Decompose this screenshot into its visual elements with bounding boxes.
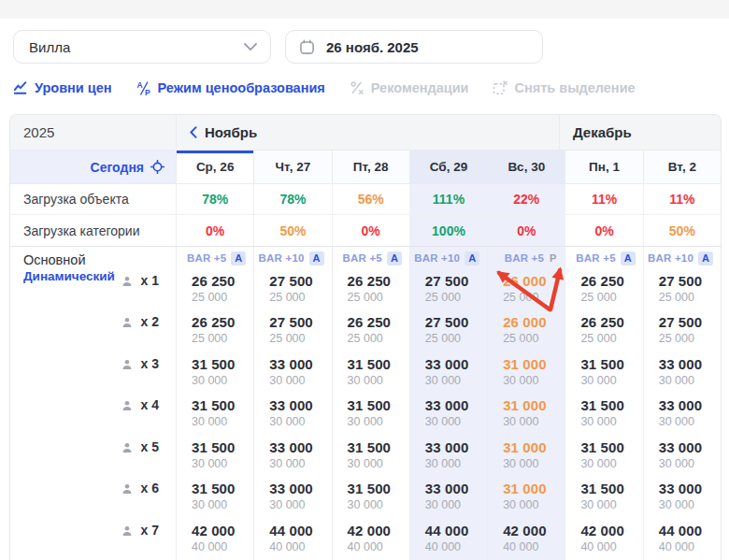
occupancy-label: x 7 <box>141 522 159 539</box>
price-cell-r1-d7[interactable]: 27 50025 000 <box>644 269 721 310</box>
day-header-1[interactable]: Ср, 26 <box>176 151 253 183</box>
today-button[interactable]: Сегодня <box>10 151 176 183</box>
price-main: 31 000 <box>503 480 565 497</box>
price-cell-r5-d6[interactable]: 31 50030 000 <box>565 436 642 477</box>
bar-chip-6[interactable]: BAR +5A <box>565 247 642 269</box>
price-cell-r2-d3[interactable]: 26 25025 000 <box>333 310 409 352</box>
price-cell-r7-d6[interactable]: 42 00040 000 <box>565 519 642 560</box>
occupancy-row-4: x 4 <box>10 394 176 435</box>
price-cell-r5-d5[interactable]: 31 00030 000 <box>488 436 565 477</box>
price-main: 33 000 <box>425 438 487 456</box>
price-sub: 30 000 <box>269 456 331 472</box>
prev-month-button[interactable] <box>190 126 197 138</box>
person-icon <box>122 276 133 287</box>
price-cell-r5-d4[interactable]: 33 00030 000 <box>410 436 487 477</box>
occupancy-row-2: x 2 <box>10 310 176 352</box>
price-main: 33 000 <box>659 396 721 414</box>
price-cell-r3-d3[interactable]: 31 50030 000 <box>333 352 409 394</box>
price-cell-r2-d4[interactable]: 27 50025 000 <box>410 310 487 352</box>
price-cell-r6-d7[interactable]: 33 00030 000 <box>644 477 721 518</box>
rate-name: Основной <box>23 252 115 268</box>
person-icon <box>122 525 133 537</box>
price-cell-r1-d6[interactable]: 26 25025 000 <box>565 269 642 310</box>
price-cell-r5-d1[interactable]: 31 50030 000 <box>177 436 253 477</box>
price-cell-r4-d7[interactable]: 33 00030 000 <box>644 394 721 435</box>
price-cell-r3-d4[interactable]: 33 00030 000 <box>410 352 487 394</box>
price-main: 31 500 <box>192 355 253 373</box>
bar-chip-4[interactable]: BAR +10A <box>410 247 487 269</box>
category_load-cell-4: 100% <box>409 215 487 246</box>
price-cell-r6-d2[interactable]: 33 00030 000 <box>254 477 331 518</box>
chart-line-icon <box>13 80 28 95</box>
bar-chip-7[interactable]: BAR +10A <box>644 247 721 269</box>
price-cell-r3-d5[interactable]: 31 00030 000 <box>488 352 565 394</box>
price-cell-r3-d6[interactable]: 31 50030 000 <box>565 352 642 394</box>
price-cell-r5-d7[interactable]: 33 00030 000 <box>644 436 721 477</box>
price-main: 33 000 <box>659 480 721 497</box>
day-header-5[interactable]: Вс, 30 <box>487 151 565 183</box>
price-cell-r3-d1[interactable]: 31 50030 000 <box>177 352 253 394</box>
day-header-4[interactable]: Сб, 29 <box>409 151 487 183</box>
price-cell-r2-d5[interactable]: 26 00025 000 <box>488 310 565 352</box>
pricing-mode-button[interactable]: A P Режим ценообразования <box>136 80 325 96</box>
bar-chip-3[interactable]: BAR +5A <box>333 247 409 269</box>
price-sub: 30 000 <box>269 414 331 430</box>
price-cell-r7-d4[interactable]: 44 00040 000 <box>410 519 487 560</box>
day-header-2[interactable]: Чт, 27 <box>253 151 331 183</box>
price-cell-r7-d1[interactable]: 42 00040 000 <box>177 519 253 560</box>
price-sub: 40 000 <box>348 539 409 555</box>
price-cell-r6-d4[interactable]: 33 00030 000 <box>410 477 487 518</box>
price-sub: 30 000 <box>269 373 331 389</box>
price-cell-r4-d4[interactable]: 33 00030 000 <box>410 394 487 435</box>
price-cell-r7-d2[interactable]: 44 00040 000 <box>254 519 331 560</box>
price-cell-r4-d2[interactable]: 33 00030 000 <box>254 394 331 435</box>
recommendations-button: Рекомендации <box>350 80 469 95</box>
price-cell-r4-d3[interactable]: 31 50030 000 <box>333 394 409 435</box>
price-cell-r2-d2[interactable]: 27 50025 000 <box>254 310 331 352</box>
price-cell-r4-d5[interactable]: 31 00030 000 <box>488 394 565 435</box>
price-cell-r2-d7[interactable]: 27 50025 000 <box>644 310 721 352</box>
recommendations-label: Рекомендации <box>371 80 469 95</box>
price-cell-r5-d3[interactable]: 31 50030 000 <box>333 436 409 477</box>
bar-chip-2[interactable]: BAR +10A <box>254 247 331 269</box>
price-cell-r6-d6[interactable]: 31 50030 000 <box>565 477 642 518</box>
property-select[interactable]: Вилла <box>13 30 271 64</box>
price-cell-r6-d5[interactable]: 31 00030 000 <box>488 477 565 518</box>
object_load-cell-4: 111% <box>409 184 487 214</box>
price-cell-r4-d1[interactable]: 31 50030 000 <box>177 394 253 435</box>
price-cell-r1-d5[interactable]: 26 00025 000 <box>488 269 565 310</box>
price-cell-r3-d7[interactable]: 33 00030 000 <box>644 352 721 394</box>
rate-type-link[interactable]: Динамический <box>23 268 115 284</box>
price-main: 31 500 <box>348 438 409 456</box>
price-cell-r1-d1[interactable]: 26 25025 000 <box>177 269 253 310</box>
price-levels-button[interactable]: Уровни цен <box>13 80 112 95</box>
price-cell-r7-d5[interactable]: 42 00040 000 <box>488 519 565 560</box>
price-cell-r2-d1[interactable]: 26 25025 000 <box>177 310 253 352</box>
price-main: 26 000 <box>503 272 565 290</box>
price-sub: 25 000 <box>425 290 487 306</box>
price-cell-r3-d2[interactable]: 33 00030 000 <box>254 352 331 394</box>
price-cell-r7-d7[interactable]: 44 00040 000 <box>644 519 721 560</box>
date-picker[interactable]: 26 нояб. 2025 <box>285 30 543 64</box>
price-main: 33 000 <box>425 396 487 414</box>
bar-chip-1[interactable]: BAR +5A <box>177 247 253 269</box>
price-cell-r6-d1[interactable]: 31 50030 000 <box>177 477 253 518</box>
day-header-6[interactable]: Пн, 1 <box>565 151 642 183</box>
price-cell-r6-d3[interactable]: 31 50030 000 <box>333 477 409 518</box>
price-cell-r5-d2[interactable]: 33 00030 000 <box>254 436 331 477</box>
price-main: 27 500 <box>269 313 331 331</box>
price-cell-r1-d3[interactable]: 26 25025 000 <box>333 269 409 310</box>
price-main: 42 000 <box>348 522 409 539</box>
price-main: 26 250 <box>192 272 253 290</box>
a-p-mode-icon: A P <box>136 80 151 96</box>
bar-chip-5[interactable]: BAR +5P <box>488 247 565 269</box>
price-cell-r1-d4[interactable]: 27 50025 000 <box>410 269 487 310</box>
price-cell-r4-d6[interactable]: 31 50030 000 <box>565 394 642 435</box>
category_load-cell-1: 0% <box>176 215 253 246</box>
price-cell-r1-d2[interactable]: 27 50025 000 <box>254 269 331 310</box>
price-cell-r2-d6[interactable]: 26 25025 000 <box>565 310 642 352</box>
price-main: 31 500 <box>348 355 409 373</box>
day-header-7[interactable]: Вт, 2 <box>643 151 721 183</box>
price-cell-r7-d3[interactable]: 42 00040 000 <box>333 519 409 560</box>
day-header-3[interactable]: Пт, 28 <box>332 151 409 183</box>
